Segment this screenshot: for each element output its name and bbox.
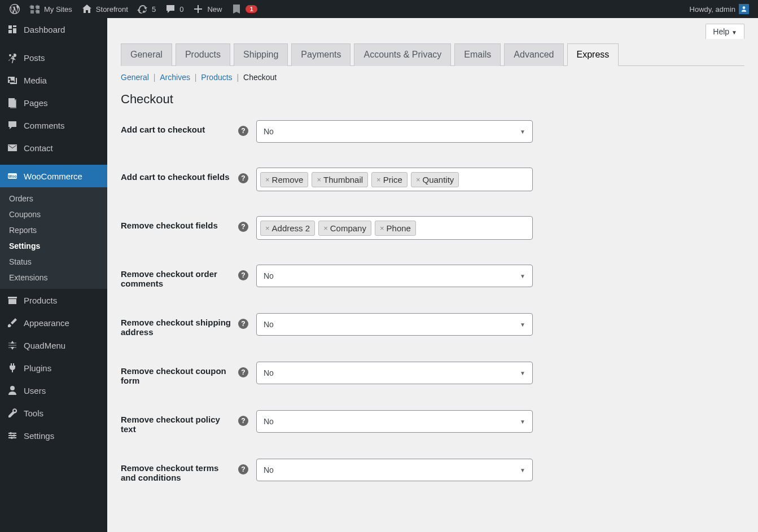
tab-advanced[interactable]: Advanced: [504, 43, 563, 66]
help-icon[interactable]: ?: [238, 270, 248, 280]
menu-label: Settings: [24, 431, 54, 441]
new[interactable]: New: [188, 0, 226, 18]
subnav-products[interactable]: Products: [201, 73, 232, 82]
site-name[interactable]: Storefront: [77, 0, 133, 18]
tab-general[interactable]: General: [121, 43, 172, 66]
subnav-general[interactable]: General: [121, 73, 149, 82]
menu-media[interactable]: Media: [0, 69, 107, 91]
help-icon[interactable]: ?: [238, 126, 248, 136]
comments-bar[interactable]: 0: [160, 0, 188, 18]
help-tab[interactable]: Help▼: [706, 24, 744, 39]
select-remove_coupon[interactable]: No▼: [256, 362, 533, 384]
tab-payments[interactable]: Payments: [291, 43, 350, 66]
menu-label: QuadMenu: [24, 341, 65, 350]
tag[interactable]: ×Address 2: [260, 221, 315, 236]
tab-emails[interactable]: Emails: [454, 43, 501, 66]
help-icon[interactable]: ?: [238, 173, 248, 183]
submenu-settings[interactable]: Settings: [0, 238, 107, 254]
remove-tag-icon[interactable]: ×: [265, 175, 270, 184]
tag[interactable]: ×Price: [371, 172, 408, 187]
howdy[interactable]: Howdy, admin: [685, 0, 753, 18]
menu-contact[interactable]: Contact: [0, 137, 107, 159]
remove-tag-icon[interactable]: ×: [416, 175, 420, 184]
wrench-icon: [7, 407, 18, 419]
tab-products[interactable]: Products: [176, 43, 230, 66]
menu-posts[interactable]: Posts: [0, 46, 107, 69]
chevron-down-icon: ▼: [520, 370, 525, 376]
help-icon[interactable]: ?: [238, 367, 248, 377]
submenu-status[interactable]: Status: [0, 254, 107, 270]
menu-dashboard[interactable]: Dashboard: [0, 18, 107, 41]
wp-logo[interactable]: [5, 0, 25, 18]
label-remove_terms: Remove checkout terms and conditions: [121, 459, 234, 482]
menu-plugins[interactable]: Plugins: [0, 357, 107, 379]
menu-label: Dashboard: [24, 25, 65, 34]
my-sites[interactable]: My Sites: [25, 0, 77, 18]
svg-point-7: [11, 437, 13, 439]
subnav-archives[interactable]: Archives: [160, 73, 190, 82]
tags-add_cart_fields[interactable]: ×Remove×Thumbnail×Price×Quantity: [256, 168, 533, 191]
tag[interactable]: ×Thumbnail: [312, 172, 368, 187]
wordpress-icon: [9, 3, 20, 15]
chevron-down-icon: ▼: [520, 467, 525, 473]
tag[interactable]: ×Remove: [260, 172, 308, 187]
remove-tag-icon[interactable]: ×: [376, 175, 381, 184]
tag[interactable]: ×Phone: [375, 221, 416, 236]
sub-nav: General | Archives | Products | Checkout: [121, 66, 744, 89]
menu-comments[interactable]: Comments: [0, 114, 107, 137]
remove-tag-icon[interactable]: ×: [323, 224, 328, 232]
row-remove_shipping: Remove checkout shipping address?No▼: [121, 313, 744, 337]
menu-products[interactable]: Products: [0, 289, 107, 311]
menu-tools[interactable]: Tools: [0, 402, 107, 424]
select-remove_terms[interactable]: No▼: [256, 459, 533, 481]
svg-point-0: [9, 54, 11, 56]
tag[interactable]: ×Quantity: [411, 172, 459, 187]
help-icon[interactable]: ?: [238, 416, 248, 426]
menu-quadmenu[interactable]: QuadMenu: [0, 334, 107, 357]
help-icon[interactable]: ?: [238, 222, 248, 232]
remove-tag-icon[interactable]: ×: [265, 224, 270, 232]
new-label: New: [207, 5, 222, 14]
menu-settings[interactable]: Settings: [0, 424, 107, 447]
chevron-down-icon: ▼: [520, 419, 525, 425]
select-remove_comments[interactable]: No▼: [256, 265, 533, 287]
chevron-down-icon: ▼: [520, 273, 525, 279]
pages-icon: [7, 97, 18, 108]
home-icon: [81, 3, 93, 15]
menu-label: Tools: [24, 408, 43, 418]
submenu-extensions[interactable]: Extensions: [0, 270, 107, 285]
row-remove_fields: Remove checkout fields?×Address 2×Compan…: [121, 216, 744, 240]
menu-users[interactable]: Users: [0, 379, 107, 402]
menu-pages[interactable]: Pages: [0, 91, 107, 114]
row-remove_coupon: Remove checkout coupon form?No▼: [121, 362, 744, 385]
comment-icon: [165, 3, 176, 15]
menu-label: Plugins: [24, 363, 51, 373]
select-remove_shipping[interactable]: No▼: [256, 313, 533, 336]
help-icon[interactable]: ?: [238, 464, 248, 474]
tab-shipping[interactable]: Shipping: [234, 43, 288, 66]
tab-express[interactable]: Express: [567, 43, 619, 66]
menu-appearance[interactable]: Appearance: [0, 311, 107, 334]
remove-tag-icon[interactable]: ×: [317, 175, 321, 184]
yoast[interactable]: 1: [226, 0, 261, 18]
user-icon: [7, 385, 18, 396]
select-remove_policy[interactable]: No▼: [256, 410, 533, 433]
label-add_cart: Add cart to checkout: [121, 120, 234, 134]
submenu-reports[interactable]: Reports: [0, 222, 107, 238]
help-icon[interactable]: ?: [238, 319, 248, 329]
tags-remove_fields[interactable]: ×Address 2×Company×Phone: [256, 216, 533, 240]
updates[interactable]: 5: [133, 0, 160, 18]
label-remove_fields: Remove checkout fields: [121, 216, 234, 230]
tag[interactable]: ×Company: [318, 221, 371, 236]
menu-woocommerce[interactable]: WooWooCommerce: [0, 165, 107, 187]
select-add_cart[interactable]: No▼: [256, 120, 533, 143]
subnav-current: Checkout: [243, 73, 277, 82]
submenu-orders[interactable]: Orders: [0, 191, 107, 206]
tab-accounts-privacy[interactable]: Accounts & Privacy: [354, 43, 451, 66]
chevron-down-icon: ▼: [520, 129, 525, 135]
admin-bar: My Sites Storefront 5 0 New 1 Howdy, adm…: [0, 0, 758, 18]
remove-tag-icon[interactable]: ×: [380, 224, 384, 232]
chevron-down-icon: ▼: [520, 322, 525, 328]
plug-icon: [7, 362, 18, 373]
submenu-coupons[interactable]: Coupons: [0, 206, 107, 222]
